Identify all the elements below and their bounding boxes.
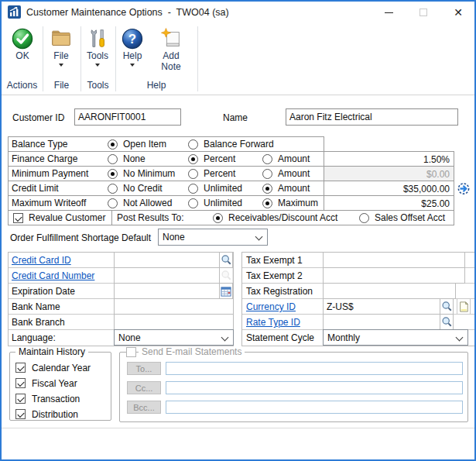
post-results-to-label: Post Results To: — [117, 212, 183, 223]
name-label: Name — [223, 112, 248, 123]
app-icon — [8, 5, 21, 19]
radio-credit-unlimited-label[interactable]: Unlimited — [204, 183, 242, 194]
credit-limit-value-field[interactable]: $35,000.00 — [324, 181, 454, 196]
finance-charge-value-field[interactable]: 1.50% — [324, 151, 454, 167]
distribution-checkbox[interactable] — [15, 409, 26, 419]
radio-finance-percent[interactable] — [188, 154, 198, 164]
chevron-down-icon — [456, 334, 464, 342]
radio-finance-amount[interactable] — [262, 154, 272, 164]
radio-minimum-amount[interactable] — [262, 169, 272, 179]
ribbon-group-tools: Tools — [80, 80, 115, 92]
radio-receivables-discount-acct-label[interactable]: Receivables/Discount Acct — [228, 212, 337, 223]
radio-writeoff-maximum-label[interactable]: Maximum — [278, 198, 318, 208]
revalue-customer-row: Revalue Customer Post Results To: Receiv… — [8, 210, 454, 225]
radio-minimum-percent-label[interactable]: Percent — [204, 168, 235, 179]
radio-no-credit[interactable] — [108, 184, 118, 194]
radio-not-allowed[interactable] — [108, 198, 118, 208]
statement-cycle-dropdown[interactable]: Monthly — [323, 329, 468, 346]
credit-card-number-link[interactable]: Credit Card Number — [12, 270, 94, 281]
radio-sales-offset-acct-label[interactable]: Sales Offset Acct — [375, 212, 445, 223]
add-note-icon — [159, 27, 183, 50]
maximum-writeoff-value-field[interactable]: $25.00 — [324, 195, 454, 211]
radio-not-allowed-label[interactable]: Not Allowed — [123, 198, 172, 208]
credit-card-number-field[interactable] — [114, 267, 220, 284]
ribbon-separator — [197, 26, 198, 91]
tax-exempt-1-field[interactable] — [323, 252, 465, 268]
radio-sales-offset-acct[interactable] — [359, 213, 369, 223]
magnifier-icon — [441, 316, 453, 328]
radio-credit-amount-label[interactable]: Amount — [278, 183, 310, 194]
currency-id-link[interactable]: Currency ID — [246, 301, 296, 312]
credit-limit-expansion-button[interactable] — [457, 182, 471, 195]
radio-finance-none-label[interactable]: None — [123, 153, 146, 164]
rate-type-id-lookup-button[interactable] — [440, 314, 454, 330]
transaction-label[interactable]: Transaction — [32, 394, 80, 404]
help-button[interactable]: ? Help — [117, 27, 148, 67]
radio-minimum-percent[interactable] — [188, 169, 198, 179]
radio-open-item-label[interactable]: Open Item — [123, 139, 166, 150]
bank-name-field[interactable] — [114, 298, 234, 315]
calendar-year-checkbox[interactable] — [15, 363, 26, 373]
bank-name-row: Bank Name — [9, 299, 233, 315]
fiscal-year-label[interactable]: Fiscal Year — [32, 378, 77, 389]
rate-type-id-link[interactable]: Rate Type ID — [246, 317, 300, 328]
radio-no-minimum[interactable] — [108, 169, 118, 179]
radio-no-minimum-label[interactable]: No Minimum — [123, 168, 175, 179]
language-dropdown[interactable]: None — [114, 329, 234, 346]
currency-id-field[interactable]: Z-US$ — [323, 298, 440, 315]
customer-id-field[interactable]: AARONFIT0001 — [74, 108, 181, 126]
close-icon: ✕ — [454, 7, 463, 18]
customer-name-field[interactable]: Aaron Fitz Electrical — [286, 108, 458, 126]
distribution-label[interactable]: Distribution — [32, 409, 78, 420]
order-fulfillment-value: None — [163, 232, 185, 243]
radio-writeoff-unlimited-label[interactable]: Unlimited — [204, 198, 242, 208]
chevron-down-icon — [130, 64, 135, 67]
radio-balance-forward[interactable] — [188, 139, 198, 150]
statement-cycle-label: Statement Cycle — [246, 332, 314, 343]
to-button: To... — [127, 362, 161, 375]
credit-card-id-field[interactable] — [114, 252, 220, 268]
bank-name-label: Bank Name — [12, 301, 60, 312]
radio-minimum-amount-label[interactable]: Amount — [278, 168, 310, 179]
close-button[interactable]: ✕ — [446, 2, 471, 23]
cc-field — [166, 381, 463, 394]
add-note-button[interactable]: Add Note — [149, 27, 193, 72]
radio-receivables-discount-acct[interactable] — [213, 213, 223, 223]
minimize-button[interactable] — [376, 2, 401, 23]
calendar-year-label[interactable]: Calendar Year — [32, 363, 91, 373]
expiration-date-field[interactable] — [114, 283, 220, 299]
file-button[interactable]: File — [45, 27, 77, 67]
rate-type-id-field[interactable] — [323, 314, 440, 330]
currency-note-button[interactable] — [457, 298, 471, 315]
bank-branch-field[interactable] — [114, 314, 234, 330]
credit-card-number-lookup-button-disabled — [219, 267, 233, 284]
radio-writeoff-unlimited[interactable] — [188, 198, 198, 208]
revalue-customer-checkbox[interactable] — [13, 213, 23, 223]
title-bar: Customer Maintenance Options - TWO04 (sa… — [2, 2, 474, 23]
bank-branch-label: Bank Branch — [12, 317, 65, 328]
ok-button[interactable]: OK — [5, 27, 39, 61]
radio-finance-amount-label[interactable]: Amount — [278, 153, 310, 164]
radio-open-item[interactable] — [108, 139, 118, 150]
credit-card-id-link[interactable]: Credit Card ID — [12, 255, 71, 266]
chevron-down-icon — [59, 64, 63, 67]
tax-registration-field[interactable] — [323, 283, 456, 299]
currency-id-lookup-button[interactable] — [440, 298, 454, 315]
order-fulfillment-dropdown[interactable]: None — [158, 229, 268, 246]
radio-credit-unlimited[interactable] — [188, 184, 198, 194]
radio-finance-percent-label[interactable]: Percent — [204, 153, 235, 164]
tax-exempt-2-field[interactable] — [323, 267, 465, 284]
expiration-date-calendar-button[interactable] — [219, 283, 233, 299]
fiscal-year-checkbox[interactable] — [15, 378, 26, 388]
radio-no-credit-label[interactable]: No Credit — [123, 183, 163, 194]
credit-card-id-lookup-button[interactable] — [219, 252, 233, 268]
send-email-statements-checkbox — [126, 347, 136, 357]
tools-button[interactable]: Tools — [81, 27, 114, 67]
radio-finance-none[interactable] — [108, 154, 118, 164]
radio-credit-amount[interactable] — [262, 184, 272, 194]
radio-balance-forward-label[interactable]: Balance Forward — [204, 139, 274, 150]
revalue-customer-label[interactable]: Revalue Customer — [29, 212, 105, 223]
credit-limit-row: Credit Limit No Credit Unlimited Amount — [8, 181, 324, 196]
transaction-checkbox[interactable] — [15, 394, 26, 404]
radio-writeoff-maximum[interactable] — [262, 198, 272, 208]
